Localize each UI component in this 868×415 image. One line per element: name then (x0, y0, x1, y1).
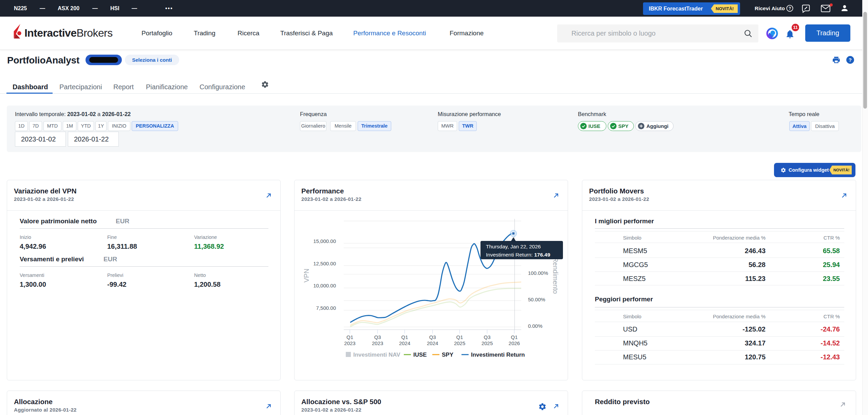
svg-text:2026: 2026 (509, 340, 520, 346)
svg-text:Q3: Q3 (484, 334, 491, 340)
svg-text:Investimenti Return: Investimenti Return (471, 352, 525, 358)
svg-text:Q1: Q1 (511, 334, 517, 340)
svg-text:15,000.00: 15,000.00 (313, 238, 336, 244)
svg-text:?: ? (849, 57, 852, 63)
svg-text:2023: 2023 (344, 340, 355, 346)
svg-text:50.00%: 50.00% (528, 297, 545, 302)
svg-text:2024: 2024 (399, 340, 410, 346)
svg-text:2024: 2024 (427, 340, 438, 346)
svg-text:2023: 2023 (372, 340, 383, 346)
svg-text:Thursday, Jan 22, 2026: Thursday, Jan 22, 2026 (486, 244, 541, 249)
svg-text:12,500.00: 12,500.00 (313, 261, 336, 266)
svg-text:SPY: SPY (442, 352, 454, 358)
svg-text:Q3: Q3 (374, 334, 381, 340)
svg-text:100.00%: 100.00% (528, 270, 548, 276)
svg-text:2025: 2025 (454, 340, 465, 346)
svg-text:Q1: Q1 (456, 334, 463, 340)
svg-text:?: ? (789, 6, 791, 11)
svg-text:Q3: Q3 (429, 334, 436, 340)
svg-text:0.00%: 0.00% (528, 323, 543, 329)
svg-text:IUSE: IUSE (413, 352, 427, 358)
svg-text:Rendimento: Rendimento (552, 257, 559, 294)
svg-text:VPN: VPN (303, 268, 310, 282)
svg-text:Q1: Q1 (346, 334, 353, 340)
svg-text:Q1: Q1 (401, 334, 408, 340)
svg-text:Investimenti Return: 176.49: Investimenti Return: 176.49 (486, 252, 550, 258)
svg-text:10,000.00: 10,000.00 (313, 283, 336, 288)
svg-text:Investimenti NAV: Investimenti NAV (353, 352, 400, 358)
svg-text:7,500.00: 7,500.00 (316, 305, 336, 311)
svg-text:2025: 2025 (482, 340, 493, 346)
